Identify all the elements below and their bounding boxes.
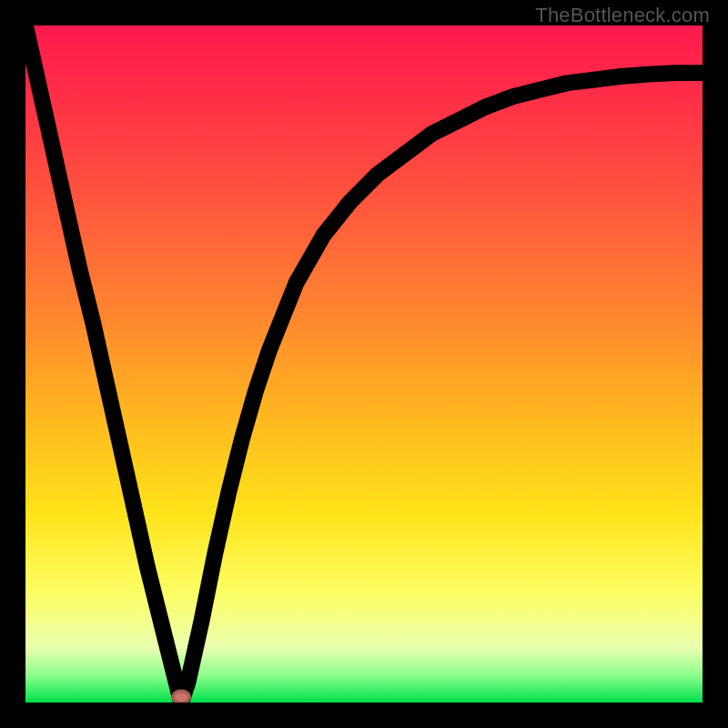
chart-svg	[25, 25, 703, 703]
bottleneck-curve	[25, 25, 703, 703]
watermark-text: TheBottleneck.com	[535, 4, 710, 27]
chart-plot-area	[25, 25, 703, 703]
chart-frame: TheBottleneck.com	[0, 0, 728, 728]
optimum-marker	[173, 691, 189, 703]
